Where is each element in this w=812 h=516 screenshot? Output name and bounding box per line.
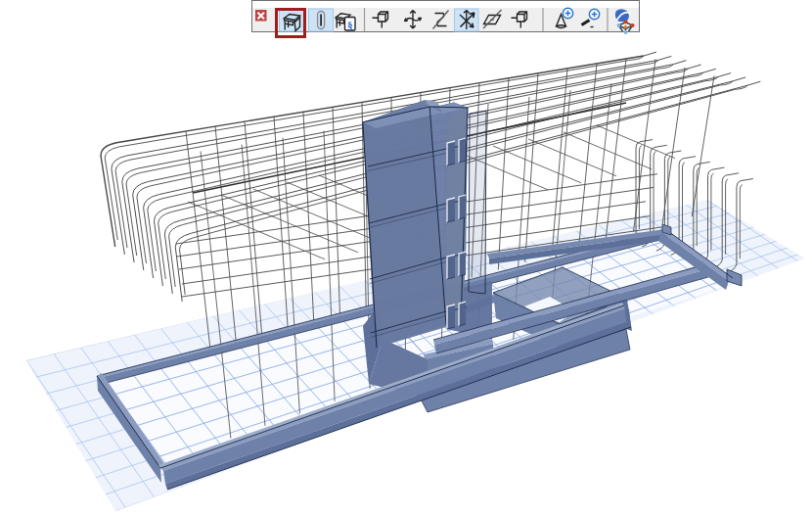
svg-text:§: § bbox=[347, 19, 353, 30]
